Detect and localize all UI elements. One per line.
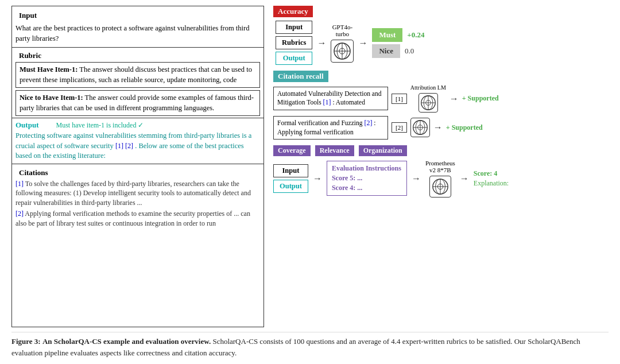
citation-row2: Formal verification and Fuzzing [2] : Ap…	[273, 116, 609, 140]
network-icon2	[418, 93, 438, 113]
explanation-label: Explanation:	[474, 179, 509, 188]
network-icon3	[410, 118, 430, 137]
citations-section: Citations [1] To solve the challenges fa…	[12, 164, 264, 231]
input-text: What are the best practices to protect a…	[16, 22, 260, 45]
output-box: Output	[276, 52, 312, 65]
network-icon1	[331, 40, 354, 63]
left-panel: Input What are the best practices to pro…	[11, 6, 264, 327]
input-box2: Input	[273, 164, 308, 177]
nice-box: Nice	[372, 44, 400, 58]
arrow5: →	[313, 173, 322, 184]
prometheus-col: Prometheus v2 8*7B	[425, 160, 455, 198]
cite-box2: Formal verification and Fuzzing [2] : Ap…	[273, 116, 388, 140]
citation-row1: Automated Vulnerability Detection and Mi…	[273, 84, 609, 113]
fig-label: Figure 3:	[11, 337, 41, 346]
supported2: + Supported	[446, 123, 483, 132]
attrib-icon2	[410, 118, 430, 137]
must-have-block: Must Have Item-1: The answer should disc…	[16, 62, 260, 88]
must-have-label: Must Have Item-1:	[20, 65, 78, 73]
rubric-section: Rubric Must Have Item-1: The answer shou…	[12, 47, 264, 118]
arrow2: →	[358, 38, 367, 48]
attrib-label: Attribution LM	[410, 84, 446, 91]
gpt-label: GPT4o- turbo	[332, 24, 352, 37]
cite2-link: [2]	[16, 210, 24, 218]
attrib-num2: [2]	[392, 122, 407, 133]
eval-box: Evaluation Instructions Score 5: ... Sco…	[327, 161, 407, 195]
citations-label: Citations	[16, 166, 260, 179]
bottom-text: Figure 3: An ScholarQA-CS example and ev…	[11, 332, 609, 358]
input-rubrics-col: Input Rubrics Output	[276, 21, 312, 65]
bold-text: An ScholarQA-CS example and evaluation o…	[42, 337, 211, 346]
network-icon4	[429, 176, 451, 198]
input-label: Input	[16, 9, 260, 22]
cro-section: Coverage Relevance Organization Input Ou…	[273, 145, 609, 198]
score-result: Score: 4	[474, 169, 509, 178]
cro-labels: Coverage Relevance Organization	[273, 145, 609, 156]
citation1: [1] To solve the challenges faced by thi…	[16, 179, 260, 208]
main-container: Input What are the best practices to pro…	[0, 0, 620, 364]
citation-rows: Automated Vulnerability Detection and Mi…	[273, 84, 609, 140]
attrib-col1: [1]	[392, 94, 407, 104]
output-cite2: [2]	[125, 142, 133, 150]
nice-have-label: Nice to Have Item-1:	[20, 94, 83, 102]
right-panel: Accuracy Input Rubrics Output → GPT4o- t…	[273, 6, 609, 327]
arrow6: →	[412, 173, 421, 184]
must-score: +0.24	[407, 30, 424, 40]
accuracy-flow: Input Rubrics Output → GPT4o- turbo	[276, 21, 609, 65]
output-box2: Output	[273, 180, 308, 193]
nice-row: Nice 0.0	[372, 44, 424, 58]
top-section: Input What are the best practices to pro…	[11, 6, 609, 327]
cite1-link: [1]	[16, 180, 24, 188]
relevance-label: Relevance	[315, 145, 354, 156]
arrow1: →	[317, 38, 326, 48]
coverage-label: Coverage	[273, 145, 311, 156]
prometheus-label: Prometheus v2 8*7B	[425, 160, 455, 173]
supported1: + Supported	[462, 94, 499, 103]
attrib-num1: [1]	[392, 94, 407, 104]
nice-have-block: Nice to Have Item-1: The answer could pr…	[16, 90, 260, 116]
cite-box1: Automated Vulnerability Detection and Mi…	[273, 87, 388, 110]
eval-score4: Score 4: ...	[332, 183, 402, 193]
citation-label: Citation recall	[273, 71, 328, 82]
cite-box2-num: [2]	[364, 119, 372, 127]
gpt-col: GPT4o- turbo	[331, 24, 354, 63]
citation-section: Citation recall Automated Vulnerability …	[273, 71, 609, 140]
cite-box1-num: [1]	[323, 98, 331, 106]
output-label: Output	[16, 121, 38, 130]
arrow4: →	[433, 122, 443, 133]
eval-score5: Score 5: ...	[332, 173, 402, 183]
nice-score: 0.0	[405, 47, 414, 56]
organization-label: Organization	[359, 145, 407, 156]
input-box: Input	[276, 21, 312, 34]
output-cite1: [1]	[115, 142, 123, 150]
rubrics-box: Rubrics	[276, 36, 312, 49]
arrow7: →	[460, 173, 469, 184]
input-section: Input What are the best practices to pro…	[12, 6, 264, 47]
accuracy-label: Accuracy	[273, 6, 313, 17]
output-note: Must have item-1 is included ✓	[56, 121, 144, 130]
output-text: Protecting software against vulnerabilit…	[16, 131, 260, 161]
must-row: Must +0.24	[372, 28, 424, 42]
cro-flow: Input Output → Evaluation Instructions S…	[273, 160, 609, 198]
attrib-col2: [2]	[392, 122, 407, 133]
result-scores: Must +0.24 Nice 0.0	[372, 28, 424, 58]
attrib-icon1: Attribution LM	[410, 84, 446, 113]
eval-title: Evaluation Instructions	[332, 164, 402, 173]
arrow3: →	[450, 94, 459, 104]
must-box: Must	[372, 28, 402, 42]
accuracy-section: Accuracy Input Rubrics Output → GPT4o- t…	[273, 6, 609, 65]
output-section: Output Must have item-1 is included ✓ Pr…	[12, 118, 264, 164]
rubric-label: Rubric	[16, 49, 260, 62]
citation2: [2] Applying formal verification methods…	[16, 209, 260, 229]
